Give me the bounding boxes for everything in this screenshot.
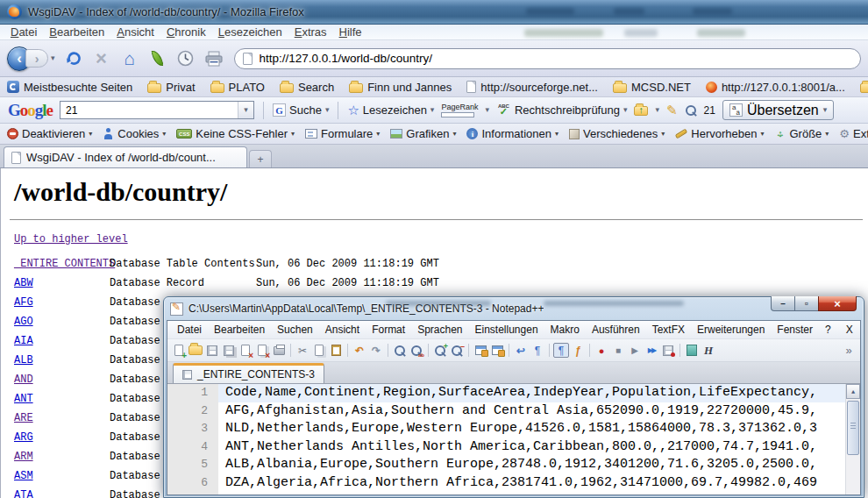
print-button[interactable] xyxy=(204,46,224,71)
webdev-verschiedenes[interactable]: Verschiedenes▾ xyxy=(569,127,665,140)
save-button[interactable] xyxy=(204,343,220,358)
print-doc-button[interactable] xyxy=(271,343,287,358)
cut-button[interactable] xyxy=(295,343,310,358)
webdev-groesse[interactable]: Größe▾ xyxy=(774,127,829,140)
webdev-deaktivieren[interactable]: Deaktivieren▾ xyxy=(7,127,92,140)
webdev-cookies[interactable]: Cookies▾ xyxy=(103,127,166,140)
undo-button[interactable] xyxy=(352,343,367,358)
sync-vertical-button[interactable] xyxy=(473,343,488,358)
np-menu-close-doc[interactable]: X xyxy=(837,324,861,336)
bookmark-mcsd-net[interactable]: MCSD.NET xyxy=(613,81,691,94)
entry-link[interactable]: AGO xyxy=(14,316,33,328)
entry-link[interactable]: ATA xyxy=(14,489,33,498)
entry-link[interactable]: AIA xyxy=(14,335,33,347)
reload-button[interactable] xyxy=(64,46,83,71)
google-search-input[interactable]: 21 ▾ xyxy=(60,101,254,119)
editor-line[interactable]: 6DZA,Algeria,Africa,Northern Africa,2381… xyxy=(167,474,845,493)
bookmark-privat[interactable]: Privat xyxy=(147,81,195,94)
stop-button[interactable]: × xyxy=(92,46,111,71)
show-paragraph-button[interactable] xyxy=(530,343,545,358)
line-text[interactable]: Code,Name,Continent,Region,SurfaceArea,I… xyxy=(218,384,845,402)
editor-line[interactable]: 4ANT,Netherlands Antilles,North America,… xyxy=(167,438,845,457)
search-dropdown-button[interactable]: ▾ xyxy=(238,102,253,118)
editor-area[interactable]: 1Code,Name,Continent,Region,SurfaceArea,… xyxy=(167,384,860,494)
np-menu-datei[interactable]: Datei xyxy=(171,324,208,336)
np-menu-suchen[interactable]: Suchen xyxy=(271,324,319,336)
entry-link[interactable]: ARM xyxy=(14,451,33,463)
function-list-button[interactable] xyxy=(570,343,586,358)
notepadpp-titlebar[interactable]: C:\Users\Martin\AppData\Local\Temp\_ENTI… xyxy=(167,297,861,320)
entry-link[interactable]: ABW xyxy=(14,277,33,289)
replace-button[interactable] xyxy=(409,343,424,358)
bookmark-tree-samples[interactable]: Tree Samples xyxy=(860,81,868,94)
bookmark-finn-und-jannes[interactable]: Finn und Jannes xyxy=(349,81,452,94)
minimize-button[interactable] xyxy=(771,296,795,311)
highlighter-icon[interactable] xyxy=(666,103,678,118)
line-text[interactable]: NLD,Netherlands,Europe,Western Europe,41… xyxy=(218,420,845,438)
editor-line[interactable]: 3NLD,Netherlands,Europe,Western Europe,4… xyxy=(167,420,845,438)
np-menu-bearbeiten[interactable]: Bearbeiten xyxy=(208,324,271,336)
close-button[interactable] xyxy=(818,296,857,311)
webdev-formulare[interactable]: Formulare▾ xyxy=(305,127,380,140)
vertical-scrollbar[interactable] xyxy=(845,384,860,494)
scroll-up-button[interactable] xyxy=(846,384,860,399)
bookmark-127-0-0-1-8001[interactable]: http://127.0.0.1:8001/a... xyxy=(706,81,845,94)
menu-chronik[interactable]: Chronik xyxy=(160,25,212,40)
up-to-higher-level-link[interactable]: Up to higher level xyxy=(14,233,128,245)
open-file-button[interactable] xyxy=(188,343,203,358)
show-all-chars-button[interactable] xyxy=(553,343,569,358)
np-menu-fenster[interactable]: Fenster xyxy=(771,324,819,336)
np-menu-ausfuehren[interactable]: Ausführen xyxy=(586,324,646,336)
stop-macro-button[interactable] xyxy=(610,343,626,358)
entry-link[interactable]: ASM xyxy=(14,470,33,482)
np-menu-sprachen[interactable]: Sprachen xyxy=(411,324,468,336)
line-text[interactable]: ANT,Netherlands Antilles,North America,C… xyxy=(218,438,845,457)
entry-link[interactable]: AFG xyxy=(14,296,33,309)
play-macro-button[interactable] xyxy=(627,343,643,358)
webdev-css[interactable]: Keine CSS-Fehler▾ xyxy=(176,127,295,140)
entry-link[interactable]: ARG xyxy=(14,431,33,444)
bookmark-plato[interactable]: PLATO xyxy=(210,81,265,94)
menu-extras[interactable]: Extras xyxy=(288,25,333,40)
spellcheck-button[interactable]: Rechtschreibprüfung ▾ xyxy=(496,103,628,117)
html-plugin-button[interactable] xyxy=(701,343,716,358)
editor-line[interactable]: 5ALB,Albania,Europe,Southern Europe,2874… xyxy=(167,456,845,474)
webdev-extras[interactable]: Extras▾ xyxy=(839,127,868,140)
np-menu-textfx[interactable]: TextFX xyxy=(646,324,691,336)
forward-button[interactable]: › xyxy=(25,49,48,68)
menu-lesezeichen[interactable]: Lesezeichen xyxy=(212,25,288,40)
history-clock-button[interactable] xyxy=(176,46,196,71)
google-lesezeichen-button[interactable]: Lesezeichen ▾ xyxy=(347,103,434,117)
np-menu-ansicht[interactable]: Ansicht xyxy=(319,324,366,336)
url-text[interactable]: http://127.0.0.1/world-db/country/ xyxy=(260,52,432,65)
paste-button[interactable] xyxy=(328,343,344,358)
google-search-value[interactable]: 21 xyxy=(60,104,238,117)
new-file-button[interactable] xyxy=(171,343,187,358)
bookmark-search[interactable]: Search xyxy=(280,81,334,94)
bookmark-sourceforge[interactable]: http://sourceforge.net... xyxy=(466,81,598,94)
extension-leaf-button[interactable] xyxy=(148,46,167,71)
line-text[interactable]: DZA,Algeria,Africa,Northern Africa,23817… xyxy=(218,474,845,493)
np-menu-format[interactable]: Format xyxy=(366,324,411,336)
editor-line[interactable]: 1Code,Name,Continent,Region,SurfaceArea,… xyxy=(167,384,845,402)
zoom-icon[interactable] xyxy=(685,104,697,117)
np-menu-einstellungen[interactable]: Einstellungen xyxy=(469,324,544,336)
url-bar[interactable]: http://127.0.0.1/world-db/country/ xyxy=(234,48,861,69)
webdev-grafiken[interactable]: Grafiken▾ xyxy=(390,127,456,140)
bookmark-meistbesuchte-seiten[interactable]: Meistbesuchte Seiten xyxy=(7,81,132,94)
new-tab-button[interactable]: + xyxy=(249,150,272,167)
firefox-titlebar[interactable]: WsgiDAV - Index of /world-db/country/ - … xyxy=(0,0,868,25)
line-text[interactable]: AFG,Afghanistan,Asia,Southern and Centra… xyxy=(218,402,845,421)
np-menu-erweiterungen[interactable]: Erweiterungen xyxy=(691,324,771,336)
menu-ansicht[interactable]: Ansicht xyxy=(110,25,160,40)
close-all-button[interactable] xyxy=(254,343,270,358)
sync-horizontal-button[interactable] xyxy=(489,343,505,358)
google-suche-button[interactable]: G Suche ▾ xyxy=(273,103,329,117)
copy-button[interactable] xyxy=(311,343,327,358)
menu-datei[interactable]: Datei xyxy=(4,25,43,40)
webdev-informationen[interactable]: Informationen▾ xyxy=(466,127,559,140)
entry-link[interactable]: ARE xyxy=(14,412,33,424)
word-wrap-button[interactable] xyxy=(513,343,529,358)
run-macro-multiple-button[interactable] xyxy=(644,343,659,358)
maximize-button[interactable] xyxy=(795,296,818,311)
